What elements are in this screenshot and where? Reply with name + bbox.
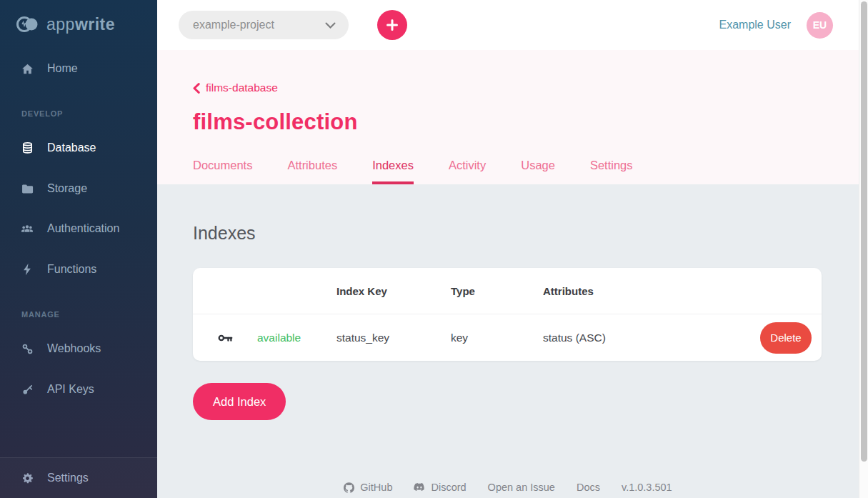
sidebar-item-api-keys[interactable]: API Keys [0, 375, 157, 404]
sidebar-item-label: Database [47, 141, 96, 154]
avatar[interactable]: EU [807, 12, 833, 39]
column-header-attributes: Attributes [543, 285, 749, 297]
table-header-row: Index Key Type Attributes [193, 268, 822, 314]
sidebar-item-label: Settings [47, 472, 89, 484]
sidebar-item-functions[interactable]: Functions [0, 255, 157, 284]
footer-discord-label: Discord [431, 482, 466, 493]
page-header: films-database films-collection Document… [157, 50, 859, 184]
table-row: available status_key key status (ASC) De… [193, 314, 822, 361]
user-name-link[interactable]: Example User [719, 19, 791, 31]
sidebar-item-label: API Keys [47, 383, 94, 396]
sidebar-section-develop: DEVELOP [21, 109, 63, 118]
footer-open-issue-link[interactable]: Open an Issue [488, 482, 555, 493]
key-icon [21, 384, 34, 396]
sidebar-item-database[interactable]: Database [0, 134, 157, 162]
index-key-cell: status_key [336, 332, 451, 344]
topbar: example-project Example User EU [157, 0, 859, 50]
key-icon [218, 333, 257, 343]
lightning-icon [21, 263, 34, 276]
chevron-left-icon [193, 83, 200, 94]
plus-icon [386, 19, 398, 31]
footer-version: v.1.0.3.501 [622, 482, 672, 493]
tab-indexes[interactable]: Indexes [372, 159, 414, 184]
index-type-cell: key [451, 332, 543, 344]
sidebar: appwrite Home DEVELOP Database Storage [0, 0, 157, 498]
users-icon [21, 224, 34, 234]
footer-github-link[interactable]: GitHub [344, 482, 392, 493]
index-attributes-cell: status (ASC) [543, 332, 749, 344]
scrollbar-thumb[interactable] [861, 1, 867, 462]
footer: GitHub Discord Open an Issue Docs v.1.0.… [193, 482, 859, 498]
column-header-type: Type [451, 285, 543, 297]
gear-icon [21, 472, 34, 484]
sidebar-item-label: Webhooks [47, 342, 101, 355]
home-icon [21, 63, 34, 75]
index-status: available [257, 332, 336, 344]
sidebar-item-webhooks[interactable]: Webhooks [0, 334, 157, 363]
section-heading: Indexes [193, 223, 859, 244]
content-area: Indexes Index Key Type Attributes availa… [157, 184, 859, 498]
appwrite-logo[interactable]: appwrite [0, 0, 157, 34]
sidebar-item-label: Storage [47, 182, 87, 195]
footer-docs-link[interactable]: Docs [577, 482, 600, 493]
appwrite-logo-icon [16, 14, 40, 34]
sidebar-item-label: Functions [47, 263, 96, 276]
appwrite-logo-text: appwrite [46, 15, 115, 34]
sidebar-item-label: Authentication [47, 222, 119, 235]
sidebar-item-storage[interactable]: Storage [0, 174, 157, 203]
breadcrumb[interactable]: films-database [193, 81, 278, 94]
tab-activity[interactable]: Activity [449, 159, 486, 184]
add-index-button[interactable]: Add Index [193, 383, 286, 420]
main-area: example-project Example User EU films-da… [157, 0, 859, 498]
tab-bar: Documents Attributes Indexes Activity Us… [193, 159, 859, 184]
add-project-button[interactable] [377, 10, 407, 40]
github-icon [344, 482, 354, 493]
footer-discord-link[interactable]: Discord [414, 482, 466, 493]
column-header-index-key: Index Key [336, 285, 451, 297]
project-selector[interactable]: example-project [179, 11, 349, 39]
delete-button[interactable]: Delete [760, 322, 812, 354]
sidebar-item-authentication[interactable]: Authentication [0, 214, 157, 243]
chevron-down-icon [325, 22, 336, 29]
footer-github-label: GitHub [360, 482, 392, 493]
sidebar-item-settings[interactable]: Settings [0, 457, 157, 498]
indexes-table-card: Index Key Type Attributes available stat… [193, 268, 822, 361]
page-title: films-collection [193, 109, 859, 135]
folder-icon [21, 184, 34, 194]
vertical-scrollbar[interactable] [859, 0, 868, 498]
tab-usage[interactable]: Usage [521, 159, 555, 184]
sidebar-item-home[interactable]: Home [0, 54, 157, 83]
discord-icon [414, 483, 425, 492]
tab-documents[interactable]: Documents [193, 159, 252, 184]
sidebar-item-label: Home [47, 62, 78, 75]
database-icon [21, 141, 34, 154]
sidebar-section-manage: MANAGE [21, 310, 60, 319]
tab-attributes[interactable]: Attributes [287, 159, 337, 184]
project-selector-value: example-project [193, 19, 274, 31]
tab-settings[interactable]: Settings [590, 159, 633, 184]
chain-link-icon [21, 343, 34, 355]
breadcrumb-label: films-database [206, 81, 278, 94]
